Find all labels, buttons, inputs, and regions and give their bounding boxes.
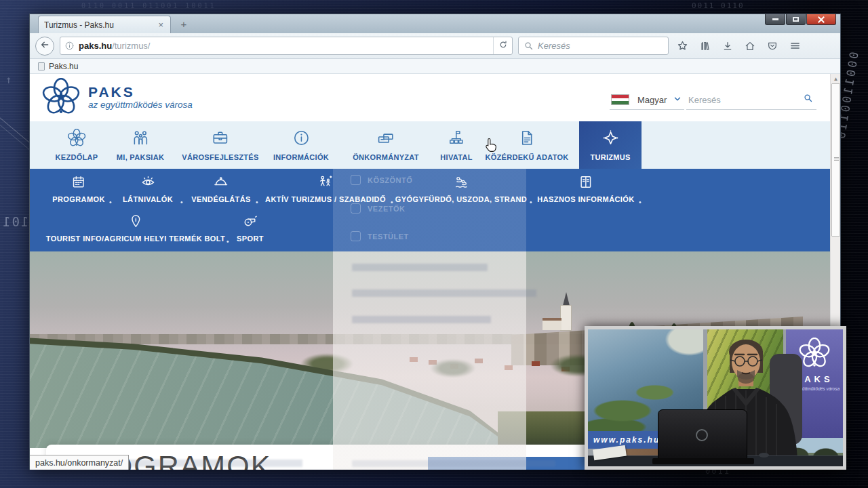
subnav-item-l-tnival-k[interactable]: LÁTNIVALÓK [123, 174, 173, 203]
orgchart-icon [440, 129, 472, 149]
browser-toolbar: paks.hu /turizmus/ Keresés [30, 33, 840, 59]
status-bar-link-tooltip: paks.hu/onkormanyzat/ [30, 455, 129, 470]
subnav-separator: • [180, 198, 183, 206]
paks-logo-icon[interactable] [42, 78, 80, 119]
subnav-item-label: SPORT [237, 235, 264, 243]
browser-search-field[interactable]: Keresés [518, 37, 669, 55]
maximize-icon [793, 17, 799, 22]
minimize-button[interactable] [765, 14, 785, 25]
ghost-menu-label: TESTÜLET [368, 232, 409, 241]
home-icon[interactable] [745, 41, 755, 52]
scrollbar-thumb[interactable] [831, 83, 840, 237]
subnav-separator: • [256, 198, 258, 206]
tab-close-icon[interactable]: × [157, 20, 165, 30]
library-icon[interactable] [700, 41, 711, 52]
pocket-icon[interactable] [767, 41, 778, 52]
subnav-item-vend-gl-t-s[interactable]: VENDÉGLÁTÁS [191, 174, 251, 203]
chevron-down-icon[interactable] [673, 94, 682, 106]
binary-text: 0011 0110 [692, 1, 745, 10]
nav-item-label: MI, PAKSIAK [117, 153, 164, 161]
close-button[interactable] [806, 14, 836, 25]
main-navigation: KEZDŐLAPMI, PAKSIAKVÁROSFEJLESZTÉSINFORM… [30, 121, 830, 169]
subnav-item-label: HASZNOS INFORMÁCIÓK [537, 195, 634, 203]
subnav-item-programok[interactable]: PROGRAMOK [52, 174, 105, 203]
bookmark-favicon [38, 62, 45, 70]
ghost-menu-item: KÖSZÖNTŐ [351, 175, 412, 185]
maximize-button[interactable] [786, 14, 806, 25]
scroll-up-arrow[interactable]: ▲ [832, 75, 840, 83]
subnav-separator: • [639, 198, 642, 206]
divider [610, 109, 684, 110]
laptop-base [652, 458, 754, 464]
nav-item-label: KEZDŐLAP [56, 153, 98, 161]
ghost-menu-item: VEZETŐK [351, 203, 405, 214]
tab-title: Turizmus - Paks.hu [44, 20, 157, 30]
site-search-icon[interactable] [803, 93, 813, 106]
bookmark-star-icon[interactable] [677, 40, 688, 52]
site-logo-tagline: az együttműködés városa [88, 100, 193, 110]
site-header: PAKS az együttműködés városa Magyar Kere… [30, 74, 830, 121]
hp-logo-icon [696, 429, 708, 441]
hamburger-menu-icon[interactable] [789, 40, 801, 52]
nav-item-label: ÖNKORMÁNYZAT [353, 153, 419, 161]
binary-text: 0110 0011 011001 10011 [81, 2, 216, 9]
nav-item-label: TURIZMUS [579, 153, 642, 161]
info-icon [273, 129, 329, 149]
subnav-item-tourist-info-agricum-helyi-term-k-bolt[interactable]: TOURIST INFO/AGRICUM HELYI TERMÉK BOLT [46, 214, 225, 243]
hungary-flag-icon [611, 94, 629, 105]
calendar-icon [52, 174, 105, 192]
reload-icon [498, 40, 508, 52]
ghost-row [352, 264, 488, 271]
download-icon[interactable] [722, 41, 733, 52]
nav-item-label: INFORMÁCIÓK [273, 153, 329, 161]
pin-icon [46, 214, 225, 231]
language-selector[interactable]: Magyar [637, 95, 667, 105]
townhall-icon [353, 129, 419, 149]
toolbar-icons [677, 40, 801, 52]
back-button[interactable] [35, 37, 54, 56]
back-arrow-icon [39, 39, 50, 53]
nav-item-mi-paksiak[interactable]: MI, PAKSIAK [117, 121, 164, 169]
bookmarks-bar: Paks.hu [30, 59, 840, 74]
ghost-row [352, 460, 555, 467]
minimize-icon [772, 18, 778, 20]
video-overlay: PAKS az együttműködés városa www.paks.hu [585, 326, 846, 470]
nav-item-inform-ci-k[interactable]: INFORMÁCIÓK [273, 121, 329, 169]
subnav-item-sport[interactable]: SPORT [237, 214, 264, 243]
subnav-item-label: LÁTNIVALÓK [123, 195, 173, 203]
laptop [658, 409, 747, 460]
tab-bar: Turizmus - Paks.hu × + [30, 14, 840, 33]
nav-item-v-rosfejleszt-s[interactable]: VÁROSFEJLESZTÉS [182, 121, 258, 169]
nav-item-kezd-lap[interactable]: KEZDŐLAP [56, 121, 98, 169]
url-bar[interactable]: paks.hu /turizmus/ [60, 37, 513, 55]
nav-item-label: HIVATAL [440, 153, 472, 161]
briefcase-icon [182, 129, 258, 149]
subnav-item-hasznos-inform-ci-k[interactable]: HASZNOS INFORMÁCIÓK [537, 174, 634, 203]
url-domain: paks.hu [79, 41, 112, 51]
nav-item--nkorm-nyzat[interactable]: ÖNKORMÁNYZAT [353, 121, 419, 169]
new-tab-button[interactable]: + [175, 17, 193, 32]
computer-mouse [759, 453, 769, 458]
subnav-item-label: TOURIST INFO/AGRICUM HELYI TERMÉK BOLT [46, 235, 225, 243]
nav-item-label: VÁROSFEJLESZTÉS [182, 153, 258, 161]
ghost-menu-item: TESTÜLET [351, 231, 409, 241]
nav-item-turizmus[interactable]: TURIZMUS [579, 121, 642, 169]
subnav-separator: • [109, 198, 112, 206]
site-logo-title[interactable]: PAKS [88, 84, 135, 100]
atom-icon [56, 129, 98, 149]
subnav-separator: • [226, 237, 229, 245]
mouse-cursor [484, 138, 498, 157]
ghost-row [352, 289, 536, 297]
site-search-input[interactable]: Keresés [688, 95, 721, 105]
arrow-glyph: ↑ [5, 73, 12, 86]
nav-item-hivatal[interactable]: HIVATAL [440, 121, 472, 169]
browser-tab[interactable]: Turizmus - Paks.hu × [38, 16, 171, 33]
page-info-icon[interactable] [64, 41, 75, 51]
bookmark-item[interactable]: Paks.hu [49, 62, 78, 71]
eye-icon [123, 174, 173, 192]
url-path: /turizmus/ [112, 41, 150, 51]
reload-button[interactable] [493, 37, 512, 54]
ghost-menu-icon [351, 203, 361, 214]
close-icon [818, 16, 825, 23]
screenshot-stage: 0110 0011 011001 10011 0011 0110 0001100… [0, 0, 868, 488]
